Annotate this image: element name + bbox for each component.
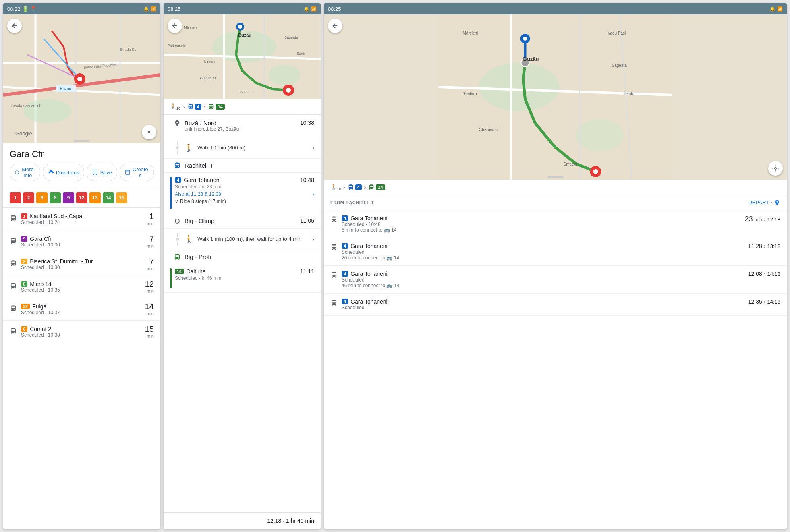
stop-name-profi: Big - Profi	[185, 253, 314, 260]
transit-item[interactable]: 8 Micro 14 Scheduled · 10:35 12 min	[3, 275, 160, 298]
transit-item[interactable]: 6 Comat 2 Scheduled · 10:38 15 min	[3, 321, 160, 343]
dep3-schedule: Scheduled	[342, 277, 748, 283]
status-time-3: 08:25	[328, 6, 341, 12]
status-time-2: 08:25	[168, 6, 181, 12]
badge-14[interactable]: 14	[103, 192, 114, 203]
badge-8[interactable]: 8	[50, 192, 61, 203]
badge-15[interactable]: 15	[116, 192, 127, 203]
battery-icon: 🔋	[22, 6, 29, 12]
bus-stop-rachitei: Rachitei -T	[164, 159, 321, 173]
back-button-2[interactable]	[168, 19, 182, 33]
svg-point-52	[523, 37, 527, 41]
route-time: 1	[147, 212, 154, 221]
badge-1[interactable]: 1	[10, 192, 21, 203]
route-title: 9 Gara Cfr	[21, 236, 147, 242]
svg-text:Pietroasele: Pietroasele	[168, 43, 186, 48]
dep4-time-end: 14:18	[767, 299, 780, 305]
summary-time: 12:18 · 1 hr 40 min	[267, 518, 314, 524]
dot-walk-2	[176, 238, 179, 241]
badge-9[interactable]: 9	[63, 192, 74, 203]
svg-text:Sageata: Sageata	[284, 35, 298, 39]
departure-item[interactable]: 4 Gara Tohaneni Scheduled · 10:48 6 min …	[324, 210, 787, 238]
more-info-button[interactable]: More info	[10, 164, 40, 181]
route-name: Kaufland Sud - Capat	[30, 213, 84, 219]
bus-segment-14[interactable]: 14 Caltuna 11:11 Scheduled · in 46 min	[164, 264, 321, 293]
back-button-1[interactable]	[7, 19, 22, 33]
walk-row-2[interactable]: 🚶 Walk 1 min (100 m), then wait for up t…	[164, 229, 321, 250]
location-button-1[interactable]	[142, 125, 156, 139]
line-top-2	[177, 233, 178, 237]
walk-icon-col-2	[170, 233, 185, 246]
stop-icon-col-2	[170, 162, 185, 169]
place-name: Gara Cfr	[10, 149, 154, 159]
dep2-time-main: 11:28	[748, 243, 762, 249]
dep2-direction: Gara Tohaneni	[350, 243, 388, 249]
svg-text:Buzau: Buzau	[60, 87, 71, 91]
bus-icon	[10, 282, 17, 291]
svg-text:Buzău: Buzău	[238, 33, 251, 37]
depart-controls[interactable]: DEPART ›	[748, 199, 780, 206]
walk-text: Walk 10 min (800 m)	[197, 145, 312, 151]
line-bot-2	[177, 242, 178, 246]
bus-schedule: Scheduled · in 23 min	[175, 184, 314, 190]
departure-item[interactable]: 4 Gara Tohaneni Scheduled 12:35 › 14:18	[324, 294, 787, 316]
time-2: 08:25	[168, 6, 181, 12]
route-info: 6 Comat 2 Scheduled · 10:38	[21, 326, 145, 338]
back-button-3[interactable]	[328, 19, 342, 33]
stop-name: Buzău Nord	[185, 120, 300, 126]
bus-segment-4[interactable]: 4 Gara Tohaneni 10:48 Scheduled · in 23 …	[164, 173, 321, 213]
status-bar-2: 08:25 🔔 📶	[164, 3, 321, 14]
badge-6[interactable]: 6	[36, 192, 48, 203]
pin-icon[interactable]	[774, 199, 780, 206]
dep3-connect: 46 min to connect to 🚌 14	[342, 283, 748, 288]
bus-segment-content: 4 Gara Tohaneni 10:48 Scheduled · in 23 …	[175, 177, 314, 204]
badge-12[interactable]: 12	[76, 192, 87, 203]
dep1-content: 4 Gara Tohaneni Scheduled · 10:48 6 min …	[342, 215, 744, 233]
dep1-unit: min	[754, 217, 762, 223]
create-button[interactable]: Create s	[120, 164, 154, 181]
bus-stops-row[interactable]: ∨ Ride 8 stops (17 min)	[175, 199, 314, 204]
panel-departures: 08:25 🔔 📶	[324, 3, 787, 529]
walk-icon-col	[170, 141, 185, 154]
bus-14-direction-row: 14 Caltuna 11:11	[175, 268, 314, 275]
badge-2[interactable]: 2	[23, 192, 34, 203]
bus-icon	[10, 305, 17, 314]
dep2-time: 11:28 › 13:18	[748, 243, 780, 249]
bus-also[interactable]: Also at 11:28 & 12:08 ›	[175, 191, 314, 197]
walk-row[interactable]: 🚶 Walk 10 min (800 m) ›	[164, 137, 321, 159]
route-badge: 22	[21, 304, 30, 309]
location-button-3[interactable]	[768, 161, 783, 176]
action-buttons: More info Directions Save Create s	[10, 164, 154, 181]
bus-4-seg-badge: 4	[175, 177, 181, 183]
directions-button[interactable]: Directions	[43, 164, 85, 181]
map-2: Buzău Mărcieni Pietroasele Ulmeni Gheras…	[164, 14, 321, 99]
svg-text:Strada S...: Strada S...	[120, 48, 137, 52]
bus-icon	[10, 327, 17, 336]
save-button[interactable]: Save	[87, 164, 117, 181]
bus-icon-dep2	[330, 244, 338, 253]
depart-label[interactable]: DEPART	[748, 199, 769, 205]
departure-item[interactable]: 4 Gara Tohaneni Scheduled 26 min to conn…	[324, 238, 787, 266]
dep3-direction: Gara Tohaneni	[350, 271, 388, 277]
status-time-1: 08:22 🔋 📍	[7, 6, 37, 12]
transit-item[interactable]: 9 Gara Cfr Scheduled · 10:30 7 min	[3, 230, 160, 253]
svg-point-18	[148, 131, 150, 133]
bus-also-chevron: ›	[313, 191, 314, 197]
transfer-dot	[175, 219, 180, 224]
dep1-time-main: 23	[744, 215, 753, 224]
transit-item[interactable]: 22 Fulga Scheduled · 10:37 14 min	[3, 298, 160, 321]
bus-14-direction-text: Caltuna	[186, 268, 205, 275]
badge-13[interactable]: 13	[89, 192, 101, 203]
chevron-icon: ›	[183, 104, 185, 110]
panel-directions: 08:25 🔔 📶 Buzău Mărcieni	[164, 3, 321, 529]
transit-item[interactable]: 2 Biserica Sf. Dumitru - Tur Scheduled ·…	[3, 253, 160, 275]
dep1-badge: 4	[342, 215, 348, 221]
stop-time: 10:38	[300, 120, 314, 126]
transit-item[interactable]: 1 Kaufland Sud - Capat Scheduled · 10:24…	[3, 208, 160, 230]
departure-item[interactable]: 4 Gara Tohaneni Scheduled 46 min to conn…	[324, 266, 787, 294]
bus-4-badge: 4	[195, 104, 201, 110]
stop-content: Buzău Nord unirii nord.bloc 27, Buzău	[185, 120, 300, 132]
route-badge: 9	[21, 236, 27, 242]
bus-segment-14-content: 14 Caltuna 11:11 Scheduled · in 46 min	[175, 268, 314, 281]
route-unit: min	[147, 244, 154, 248]
